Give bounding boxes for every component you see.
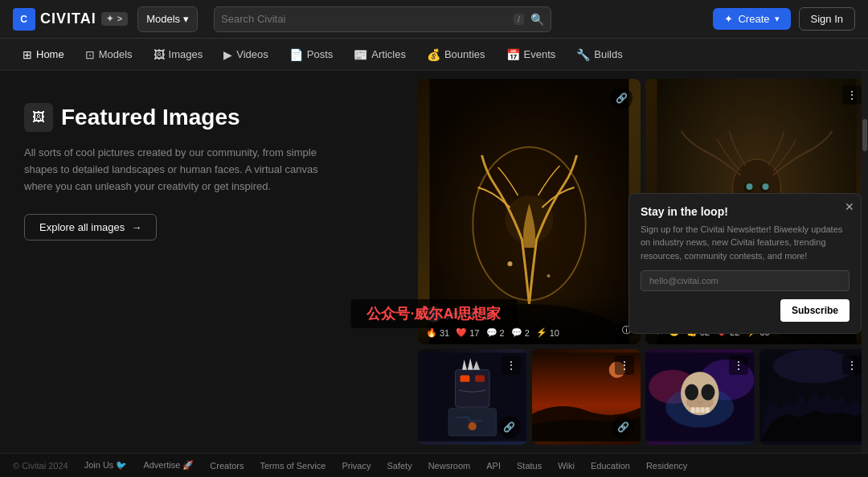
heart-stat: ❤️ 17	[456, 327, 479, 338]
sidebar-item-home[interactable]: ⊞ Home	[13, 39, 74, 71]
heart-icon: ❤️	[456, 327, 467, 338]
footer-education[interactable]: Education	[583, 461, 638, 471]
bottom-image-1[interactable]: ⋮ 🔗	[418, 349, 527, 445]
home-icon: ⊞	[23, 48, 32, 61]
explore-label: Explore all images	[39, 221, 125, 233]
lightning-count: 10	[550, 328, 559, 338]
chevron-down-icon: ▾	[183, 13, 189, 25]
bottom-1-more-btn[interactable]: ⋮	[502, 356, 521, 375]
bottom-1-link-btn[interactable]: 🔗	[498, 416, 521, 438]
sidebar-item-models[interactable]: ⊡ Models	[76, 39, 142, 71]
featured-description: All sorts of cool pictures created by ou…	[24, 145, 346, 195]
bottom-image-2[interactable]: ⋮ 🔗	[532, 349, 641, 445]
svg-point-4	[508, 261, 513, 266]
footer-residency[interactable]: Residency	[638, 461, 695, 471]
footer: © Civitai 2024 Join Us 🐦 Advertise 🚀 Cre…	[0, 453, 868, 477]
builds-icon: 🔧	[576, 48, 590, 61]
bottom-2-more-btn[interactable]: ⋮	[615, 356, 634, 375]
header-right: ✦ Create ▾ Sign In	[713, 7, 855, 31]
image-2-more-btn[interactable]: ⋮	[842, 85, 862, 105]
bottom-image-3[interactable]: ⋮	[645, 349, 755, 445]
main-content: 🖼 Featured Images All sorts of cool pict…	[0, 71, 868, 453]
search-button[interactable]: 🔍	[530, 13, 544, 26]
search-bar: / 🔍	[214, 6, 551, 32]
bubble2-stat: 💬 2	[511, 327, 530, 338]
svg-point-22	[469, 422, 477, 430]
sidebar-item-videos[interactable]: ▶ Videos	[214, 39, 278, 71]
image-1-link-btn[interactable]: 🔗	[610, 87, 633, 109]
featured-title: Featured Images	[61, 105, 240, 130]
bubble1-count: 2	[500, 328, 505, 338]
svg-rect-21	[448, 409, 496, 436]
logo-text: CIVITAI	[40, 10, 96, 27]
events-icon: 📅	[506, 48, 520, 61]
popup-close-button[interactable]: ✕	[845, 200, 854, 213]
svg-point-32	[701, 384, 714, 400]
svg-point-5	[547, 274, 551, 278]
scrollbar[interactable]	[862, 71, 868, 453]
email-input[interactable]	[641, 270, 850, 291]
nav-bounties-label: Bounties	[444, 48, 485, 60]
fire-icon: 🔥	[426, 327, 437, 338]
create-button[interactable]: ✦ Create ▾	[713, 8, 790, 30]
bottom-3-more-btn[interactable]: ⋮	[729, 356, 748, 375]
scroll-thumb[interactable]	[862, 119, 867, 151]
logo-badge[interactable]: ✦ >	[101, 12, 128, 26]
sidebar-item-events[interactable]: 📅 Events	[497, 39, 566, 71]
heart-count: 17	[469, 328, 479, 338]
nav-articles-label: Articles	[371, 48, 406, 60]
footer-creators[interactable]: Creators	[202, 461, 252, 471]
lightning-icon: ⚡	[536, 327, 547, 338]
sidebar-item-articles[interactable]: 📰 Articles	[344, 39, 416, 71]
footer-join[interactable]: Join Us 🐦	[76, 460, 136, 471]
subscribe-button[interactable]: Subscribe	[780, 299, 850, 322]
explore-button[interactable]: Explore all images →	[24, 214, 157, 241]
featured-panel: 🖼 Featured Images All sorts of cool pict…	[0, 71, 418, 453]
articles-icon: 📰	[354, 48, 367, 61]
nav-home-label: Home	[36, 48, 64, 60]
copyright: © Civitai 2024	[13, 461, 76, 471]
image-1-stats: 🔥 31 ❤️ 17 💬 2 💬 2	[426, 327, 633, 338]
search-model-label: Models	[146, 13, 180, 25]
footer-tos[interactable]: Terms of Service	[252, 461, 334, 471]
fire-count: 31	[440, 328, 449, 338]
bottom-2-link-btn[interactable]: 🔗	[612, 416, 634, 438]
svg-rect-20	[475, 375, 485, 381]
logo[interactable]: C CIVITAI ✦ >	[13, 8, 128, 31]
nav-videos-label: Videos	[236, 48, 268, 60]
search-model-dropdown[interactable]: Models ▾	[137, 6, 198, 32]
svg-point-11	[747, 183, 753, 190]
footer-status[interactable]: Status	[509, 461, 550, 471]
header: C CIVITAI ✦ > Models ▾ / 🔍 ✦ Create ▾ Si…	[0, 0, 868, 39]
bubble2-icon: 💬	[511, 327, 522, 338]
logo-icon: C	[13, 8, 35, 31]
models-icon: ⊡	[85, 48, 95, 61]
sign-in-button[interactable]: Sign In	[799, 7, 855, 31]
sidebar-item-builds[interactable]: 🔧 Builds	[567, 39, 632, 71]
footer-privacy[interactable]: Privacy	[334, 461, 379, 471]
bounties-icon: 💰	[427, 48, 440, 61]
footer-safety[interactable]: Safety	[379, 461, 420, 471]
nav-events-label: Events	[524, 48, 556, 60]
images-icon: 🖼	[154, 48, 165, 61]
footer-api[interactable]: API	[478, 461, 509, 471]
popup-title: Stay in the loop!	[641, 205, 850, 218]
footer-advertise[interactable]: Advertise 🚀	[135, 460, 202, 471]
fire-stat: 🔥 31	[426, 327, 449, 338]
bottom-image-4[interactable]: ⋮	[760, 349, 869, 445]
sidebar-item-images[interactable]: 🖼 Images	[144, 39, 213, 71]
sidebar-item-bounties[interactable]: 💰 Bounties	[417, 39, 495, 71]
nav-posts-label: Posts	[307, 48, 334, 60]
nav-builds-label: Builds	[594, 48, 622, 60]
footer-wiki[interactable]: Wiki	[550, 461, 583, 471]
svg-rect-36	[706, 407, 710, 413]
posts-icon: 📄	[289, 48, 303, 61]
bubble2-count: 2	[525, 328, 530, 338]
bottom-4-more-btn[interactable]: ⋮	[842, 356, 862, 375]
sidebar-item-posts[interactable]: 📄 Posts	[280, 39, 343, 71]
footer-newsroom[interactable]: Newsroom	[420, 461, 479, 471]
svg-rect-19	[461, 375, 470, 381]
lightning-stat: ⚡ 10	[536, 327, 559, 338]
svg-rect-34	[696, 407, 700, 413]
search-input[interactable]	[221, 13, 507, 25]
